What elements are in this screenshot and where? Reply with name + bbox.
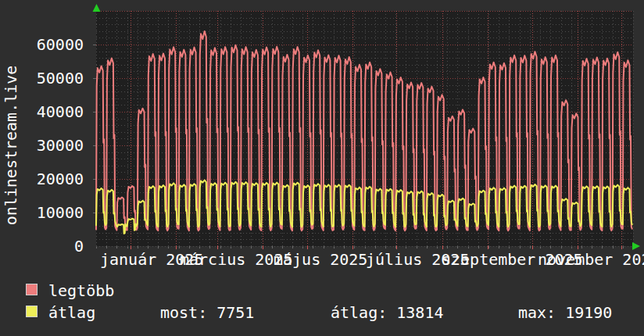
- legend-swatch-atlag: [26, 306, 38, 317]
- y-axis-tick-label: 40000: [0, 102, 84, 121]
- x-axis-tick-label: november 2025: [538, 250, 644, 269]
- up-arrow-icon: [93, 4, 101, 12]
- stat-text: most: 7751: [160, 303, 254, 322]
- stat-text: max: 19190: [518, 303, 612, 322]
- y-axis-tick-label: 20000: [0, 170, 84, 188]
- y-axis-tick-label: 10000: [0, 203, 84, 222]
- graph-canvas: onlinestream.live 0100002000030000400005…: [0, 0, 644, 336]
- x-axis-tick-label: május 2025: [274, 250, 367, 269]
- legend-label-legtobb: legtöbb: [48, 281, 114, 300]
- legend-swatch-legtobb: [26, 284, 38, 295]
- y-axis-tick-label: 50000: [0, 69, 84, 88]
- right-arrow-icon: [632, 242, 640, 250]
- legend-label-atlag: átlag: [48, 303, 95, 322]
- y-axis-tick-label: 60000: [0, 35, 84, 54]
- series-line-legtobb: [96, 31, 632, 231]
- y-axis-tick-label: 30000: [0, 136, 84, 155]
- stat-text: átlag: 13814: [331, 303, 444, 322]
- y-axis-tick-label: 0: [0, 237, 84, 256]
